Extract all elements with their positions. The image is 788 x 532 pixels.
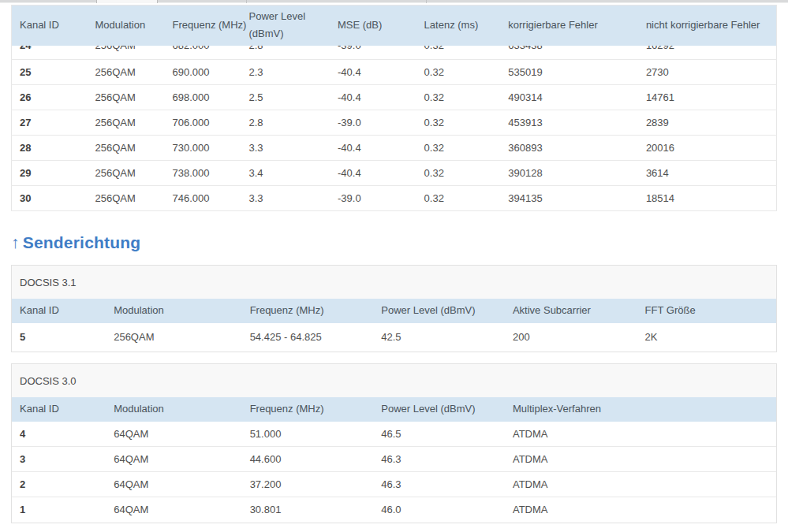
cell: 682.000 <box>164 46 241 60</box>
docsis30-panel: DOCSIS 3.0 Kanal IDModulationFrequenz (M… <box>11 363 777 523</box>
column-header: Power Level (dBmV) <box>373 397 505 422</box>
cell: ATDMA <box>505 422 776 447</box>
downstream-header-row: Kanal IDModulationFrequenz (MHz)Power Le… <box>12 6 777 46</box>
docsis31-table-body: 5256QAM54.425 - 64.82542.52002K <box>12 323 776 352</box>
cell: 29 <box>12 160 88 185</box>
cell: 51.000 <box>242 422 374 447</box>
modem-status-page: Kanal IDModulationFrequenz (MHz)Power Le… <box>0 0 788 532</box>
cell: 46.3 <box>373 472 505 497</box>
cell: 394135 <box>500 185 638 210</box>
table-row: 27256QAM706.0002.8-39.00.324539132839 <box>12 110 777 135</box>
cell: 64QAM <box>106 472 241 497</box>
cell: 54.425 - 64.825 <box>242 323 374 352</box>
cell: 64QAM <box>106 422 241 447</box>
horizontal-scrollbar-thumb[interactable] <box>96 0 158 3</box>
table-row: 364QAM44.60046.3ATDMA <box>12 447 776 472</box>
table-row: 26256QAM698.0002.5-40.40.3249031414761 <box>12 84 777 110</box>
cell: 3.4 <box>241 160 330 185</box>
cell: 30.801 <box>242 497 374 523</box>
docsis30-header-row: Kanal IDModulationFrequenz (MHz)Power Le… <box>12 397 776 422</box>
cell: 25 <box>12 59 88 84</box>
cell: 256QAM <box>88 160 165 185</box>
cell: 20016 <box>638 135 777 160</box>
cell: 453913 <box>500 110 638 135</box>
cell: -40.4 <box>330 160 416 185</box>
cell: 0.32 <box>416 84 501 110</box>
cell: 0.32 <box>416 46 501 60</box>
table-row: 30256QAM746.0003.3-39.00.3239413518514 <box>12 185 777 210</box>
cell: 2.8 <box>241 110 330 135</box>
up-arrow-icon: ↑ <box>11 233 20 251</box>
cell: -39.0 <box>330 110 416 135</box>
cell: 390128 <box>500 160 638 185</box>
column-header: Power Level (dBmV) <box>373 299 505 323</box>
cell: 37.200 <box>242 472 374 497</box>
column-header: Frequenz (MHz) <box>242 397 374 422</box>
column-header: FFT Größe <box>637 299 776 323</box>
docsis31-panel: DOCSIS 3.1 Kanal IDModulationFrequenz (M… <box>11 265 777 352</box>
cell: 256QAM <box>88 84 165 110</box>
cell: 730.000 <box>164 135 241 160</box>
column-header: Power Level (dBmV) <box>241 6 330 46</box>
cell: 706.000 <box>164 110 241 135</box>
scrollbar-divider <box>426 0 427 3</box>
column-header: Kanal ID <box>12 299 106 323</box>
cell: 30 <box>12 185 88 210</box>
cell: 46.3 <box>373 447 505 472</box>
cell: 3614 <box>638 160 777 185</box>
cell: 490314 <box>500 84 638 110</box>
cell: 2.5 <box>241 84 330 110</box>
cell: 256QAM <box>88 110 165 135</box>
cell: 14761 <box>638 84 777 110</box>
column-header: Frequenz (MHz) <box>164 6 241 46</box>
column-header: Kanal ID <box>12 6 88 46</box>
cell: 0.32 <box>416 160 501 185</box>
docsis30-panel-title: DOCSIS 3.0 <box>12 364 776 397</box>
cell: 44.600 <box>242 447 374 472</box>
docsis31-panel-title: DOCSIS 3.1 <box>12 266 776 299</box>
cell: 26 <box>12 84 88 110</box>
table-row: 29256QAM738.0003.4-40.40.323901283614 <box>12 160 777 185</box>
table-row: 5256QAM54.425 - 64.82542.52002K <box>12 323 776 352</box>
cell: 16292 <box>638 46 777 60</box>
table-row-clipped: 24256QAM682.0002.8-39.00.3263343816292 <box>12 46 777 60</box>
cell: 27 <box>12 110 88 135</box>
cell: -40.4 <box>330 59 416 84</box>
cell: 0.32 <box>416 110 501 135</box>
cell: 64QAM <box>106 497 241 523</box>
table-row: 28256QAM730.0003.3-40.40.3236089320016 <box>12 135 777 160</box>
column-header: Kanal ID <box>12 397 106 422</box>
cell: 256QAM <box>88 135 165 160</box>
cell: -39.0 <box>330 46 416 60</box>
downstream-channels-table: Kanal IDModulationFrequenz (MHz)Power Le… <box>11 5 777 211</box>
cell: 2K <box>637 323 776 352</box>
upstream-section-heading: ↑Senderichtung <box>11 233 777 252</box>
cell: 690.000 <box>164 59 241 84</box>
cell: 64QAM <box>106 447 241 472</box>
cell: -40.4 <box>330 84 416 110</box>
cell: 1 <box>12 497 106 523</box>
cell: 200 <box>505 323 637 352</box>
column-header: nicht korrigierbare Fehler <box>638 6 777 46</box>
cell: 42.5 <box>373 323 505 352</box>
cell: 46.0 <box>373 497 505 523</box>
cell: 3 <box>12 447 106 472</box>
column-header: korrigierbare Fehler <box>500 6 638 46</box>
downstream-table-body: 24256QAM682.0002.8-39.00.326334381629225… <box>12 46 777 211</box>
cell: 5 <box>12 323 106 352</box>
column-header: Modulation <box>106 397 241 422</box>
cell: -40.4 <box>330 135 416 160</box>
cell: 256QAM <box>88 185 165 210</box>
upstream-heading-label: Senderichtung <box>23 233 141 251</box>
column-header: Frequenz (MHz) <box>242 299 374 323</box>
horizontal-scrollbar-track[interactable] <box>0 0 788 3</box>
cell: 2.8 <box>241 46 330 60</box>
cell: 256QAM <box>106 323 241 352</box>
docsis31-table: Kanal IDModulationFrequenz (MHz)Power Le… <box>12 299 776 352</box>
table-row: 25256QAM690.0002.3-40.40.325350192730 <box>12 59 777 84</box>
cell: 18514 <box>638 185 777 210</box>
cell: 698.000 <box>164 84 241 110</box>
table-row: 464QAM51.00046.5ATDMA <box>12 422 776 447</box>
cell: 256QAM <box>88 46 165 60</box>
cell: 738.000 <box>164 160 241 185</box>
